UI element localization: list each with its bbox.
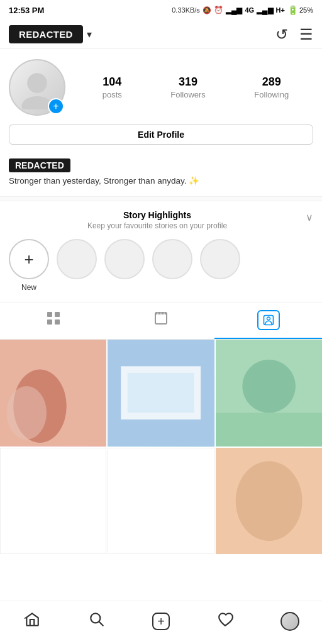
nav-search[interactable] (83, 608, 111, 635)
post-image-5 (108, 448, 213, 553)
svg-point-0 (27, 73, 47, 93)
status-bar: 12:53 PM 0.33KB/s 🔕 ⏰ ▂▄▆ 4G ▂▄▆ H+ 🔋 25… (0, 0, 322, 20)
new-highlight-circle[interactable]: + (9, 239, 49, 279)
svg-rect-3 (55, 312, 60, 317)
bottom-navigation: + (0, 601, 322, 644)
highlights-subtitle: Keep your favourite stories on your prof… (21, 221, 293, 230)
search-icon (89, 611, 105, 632)
network-type: 4G (245, 6, 254, 14)
tab-reels[interactable] (108, 303, 215, 339)
highlight-circle-3[interactable] (152, 239, 192, 279)
svg-rect-21 (216, 413, 322, 447)
avatar-container: + (9, 59, 65, 116)
following-count: 289 (262, 75, 281, 89)
tab-tagged[interactable] (214, 303, 322, 339)
bio-text: Stronger than yesterday, Stronger than a… (9, 175, 313, 187)
grid-icon (46, 311, 61, 330)
app-header: REDACTED ▾ ↺ ☰ (0, 20, 322, 49)
following-label: Following (254, 90, 289, 99)
header-right: ↺ ☰ (275, 26, 313, 43)
network-type-2: H+ (276, 6, 285, 14)
post-image-6 (216, 448, 322, 554)
highlight-circle-2[interactable] (104, 239, 145, 279)
status-time: 12:53 PM (9, 6, 44, 15)
post-cell-3[interactable] (216, 340, 322, 446)
new-highlight-label: New (21, 283, 36, 292)
battery-icon: 🔋 (287, 5, 298, 15)
post-image-4 (1, 448, 106, 553)
profile-avatar-icon[interactable] (280, 612, 299, 631)
highlights-title: Story Highlights (21, 210, 293, 220)
followers-stat[interactable]: 319 Followers (170, 75, 206, 100)
nav-add[interactable]: + (147, 608, 175, 635)
post-cell-2[interactable] (108, 340, 214, 446)
highlight-circle-4[interactable] (200, 239, 240, 279)
home-icon (24, 611, 40, 632)
highlight-item-2[interactable] (104, 239, 145, 292)
section-divider (0, 196, 322, 201)
followers-label: Followers (170, 90, 206, 99)
svg-rect-18 (128, 373, 194, 413)
svg-rect-4 (47, 319, 52, 325)
highlights-title-block: Story Highlights Keep your favourite sto… (21, 210, 306, 230)
highlight-item-3[interactable] (152, 239, 192, 292)
posts-label: posts (103, 90, 122, 99)
highlight-item-1[interactable] (57, 239, 97, 292)
bio-section: REDACTED Stronger than yesterday, Strong… (0, 152, 322, 196)
tab-grid[interactable] (0, 303, 108, 339)
svg-point-23 (235, 461, 302, 541)
highlight-item-4[interactable] (200, 239, 240, 292)
post-image-1 (0, 340, 106, 446)
alarm-icon: 🔕 (203, 6, 211, 14)
heart-icon (217, 611, 233, 632)
svg-line-25 (99, 621, 103, 625)
battery-percent: 25% (299, 6, 313, 14)
following-stat[interactable]: 289 Following (254, 75, 289, 100)
highlight-circle-1[interactable] (57, 239, 97, 279)
status-icons: 0.33KB/s 🔕 ⏰ ▂▄▆ 4G ▂▄▆ H+ 🔋 25% (172, 5, 313, 15)
clock-icon: ⏰ (214, 6, 223, 14)
add-story-button[interactable]: + (48, 98, 64, 114)
header-left: REDACTED ▾ (9, 25, 92, 43)
post-cell-5[interactable] (108, 448, 214, 554)
post-cell-6[interactable] (216, 448, 322, 554)
posts-grid (0, 340, 322, 554)
new-highlight-item[interactable]: + New (9, 239, 49, 292)
post-image-3 (216, 340, 322, 446)
nav-profile[interactable] (276, 608, 304, 635)
highlights-row: + New (0, 230, 322, 302)
plus-icon: + (24, 250, 33, 269)
edit-profile-button[interactable]: Edit Profile (9, 125, 313, 145)
nav-heart[interactable] (211, 608, 239, 635)
svg-point-20 (242, 360, 296, 413)
svg-point-15 (7, 386, 47, 440)
svg-point-12 (267, 317, 270, 320)
history-icon[interactable]: ↺ (275, 26, 288, 43)
network-speed: 0.33KB/s (172, 6, 200, 14)
reels-icon (153, 311, 169, 330)
profile-section: + 104 posts 319 Followers 289 Following … (0, 49, 322, 152)
highlights-header: Story Highlights Keep your favourite sto… (0, 210, 322, 230)
post-image-2 (108, 340, 214, 446)
posts-stat[interactable]: 104 posts (103, 75, 122, 100)
posts-count: 104 (103, 75, 121, 89)
profile-name: REDACTED (9, 158, 70, 172)
story-highlights-section: Story Highlights Keep your favourite sto… (0, 201, 322, 302)
posts-container (0, 340, 322, 604)
tagged-icon-box (257, 310, 280, 330)
nav-home[interactable] (18, 608, 46, 635)
post-cell-1[interactable] (0, 340, 106, 446)
tabs-bar (0, 302, 322, 340)
signal-bars-2-icon: ▂▄▆ (257, 6, 274, 14)
svg-rect-5 (55, 319, 60, 325)
username-display: REDACTED (9, 25, 83, 43)
post-cell-4[interactable] (0, 448, 106, 554)
svg-rect-2 (47, 312, 52, 317)
signal-bars-icon: ▂▄▆ (226, 6, 243, 14)
highlights-chevron-icon[interactable]: ∨ (306, 211, 313, 223)
dropdown-icon[interactable]: ▾ (87, 28, 92, 40)
followers-count: 319 (179, 75, 197, 89)
profile-top: + 104 posts 319 Followers 289 Following (9, 59, 313, 116)
add-icon[interactable]: + (152, 613, 170, 630)
menu-icon[interactable]: ☰ (299, 26, 313, 43)
